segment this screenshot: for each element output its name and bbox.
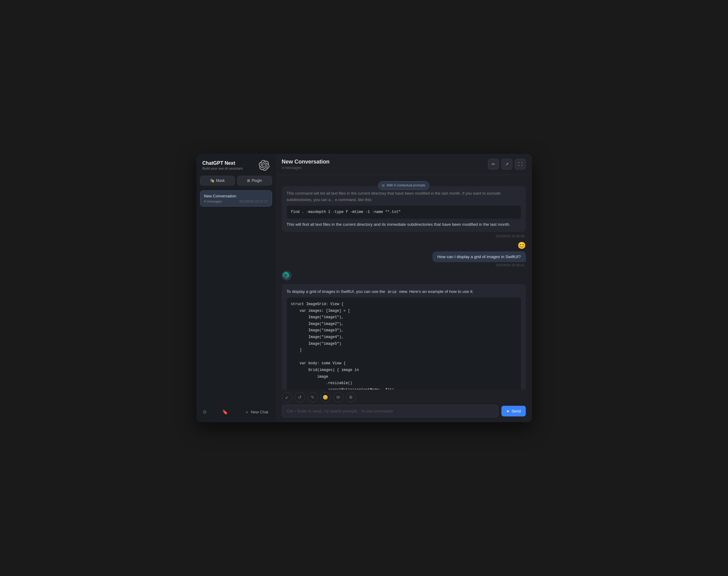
chat-toolbar: ↙ ↺ ✎ 😊 ✉ ⚙	[276, 390, 532, 405]
settings-icon[interactable]: ⚙	[201, 408, 208, 416]
plus-icon: ＋	[245, 409, 249, 415]
fullscreen-button[interactable]: ⛶	[515, 159, 526, 170]
send-button[interactable]: ➤ Send	[502, 406, 525, 416]
main-area: New Conversation 4 messages ✏ ↗ ⛶ ◎ With…	[276, 154, 532, 422]
ai-text-2: This will find all text files in the cur…	[287, 221, 521, 228]
ai-avatar-icon	[282, 270, 292, 280]
emoji-button[interactable]: 😊	[320, 392, 331, 402]
sidebar-footer: ⚙ 🔖 ＋ New Chat	[200, 405, 272, 416]
conversation-heading: New Conversation	[282, 159, 330, 165]
plugin-button[interactable]: ⊞ Plugin	[237, 176, 272, 185]
chat-messages: ◎ With 0 contextual prompts This command…	[276, 175, 532, 390]
conversation-list: New Conversation 4 messages 2023/8/26 23…	[200, 191, 272, 403]
chatgpt-logo-icon	[259, 160, 270, 171]
header-actions: ✏ ↗ ⛶	[488, 159, 526, 170]
conversation-item[interactable]: New Conversation 4 messages 2023/8/26 23…	[200, 191, 272, 206]
ai-text-1: This command will list all text files in…	[287, 191, 521, 203]
regenerate-button[interactable]: ↺	[295, 392, 305, 402]
edit-button[interactable]: ✏	[488, 159, 499, 170]
context-icon: ◎	[382, 183, 385, 188]
mask-button[interactable]: 🎭 Mask	[200, 176, 235, 185]
code-block-1: find . -maxdepth 1 -type f -mtime -1 -na…	[287, 206, 521, 219]
contextual-prompts-tooltip: ◎ With 0 contextual prompts	[378, 181, 429, 190]
sidebar-header: ChatGPT Next Build your own AI assistant…	[200, 160, 272, 171]
ai-timestamp-1: 2023/8/26 23:35:09	[282, 234, 526, 238]
swiftui-code-block: struct ImageGrid: View { var images: [Im…	[287, 297, 521, 390]
mask-icon: 🎭	[210, 178, 214, 183]
conversation-title: New Conversation	[204, 194, 268, 198]
edit-message-button[interactable]: ✎	[307, 392, 318, 402]
grid-inline-code: Grid	[387, 290, 398, 294]
attach-button[interactable]: ✉	[333, 392, 343, 402]
plugin-icon: ⊞	[247, 178, 250, 183]
conversation-meta: 4 messages 2023/8/26 23:37:17	[204, 200, 268, 203]
ai-intro-text: To display a grid of images in SwiftUI, …	[287, 288, 521, 295]
share-button[interactable]: ↗	[502, 159, 512, 170]
ai-message-content-1: ◎ With 0 contextual prompts This command…	[282, 186, 526, 232]
user-timestamp: 2023/8/26 23:36:41	[495, 263, 526, 267]
chat-input[interactable]	[282, 405, 499, 417]
message-count-header: 4 messages	[282, 166, 330, 170]
main-header: New Conversation 4 messages ✏ ↗ ⛶	[276, 154, 532, 175]
app-title: ChatGPT Next	[203, 161, 244, 166]
settings-toolbar-button[interactable]: ⚙	[346, 392, 356, 402]
sidebar: ChatGPT Next Build your own AI assistant…	[196, 154, 276, 422]
bookmark-icon[interactable]: 🔖	[221, 408, 229, 416]
ai-message-content-2: To display a grid of images in SwiftUI, …	[282, 284, 526, 390]
message-count: 4 messages	[204, 200, 222, 203]
app-subtitle: Build your own AI assistant.	[203, 167, 244, 170]
sidebar-action-buttons: 🎭 Mask ⊞ Plugin	[200, 176, 272, 185]
user-message-1: 😊 How can I display a grid of images in …	[282, 241, 526, 267]
send-icon: ➤	[506, 409, 510, 413]
new-chat-button[interactable]: ＋ New Chat	[242, 408, 271, 416]
user-avatar-emoji: 😊	[518, 241, 526, 250]
ai-message-2: To display a grid of images in SwiftUI, …	[282, 270, 526, 390]
conversation-date: 2023/8/26 23:37:17	[239, 200, 268, 203]
chat-input-container: ➤ Send	[276, 405, 532, 422]
ai-message-1: ◎ With 0 contextual prompts This command…	[282, 180, 526, 238]
user-bubble: How can I display a grid of images in Sw…	[432, 251, 526, 262]
scroll-bottom-button[interactable]: ↙	[282, 392, 292, 402]
